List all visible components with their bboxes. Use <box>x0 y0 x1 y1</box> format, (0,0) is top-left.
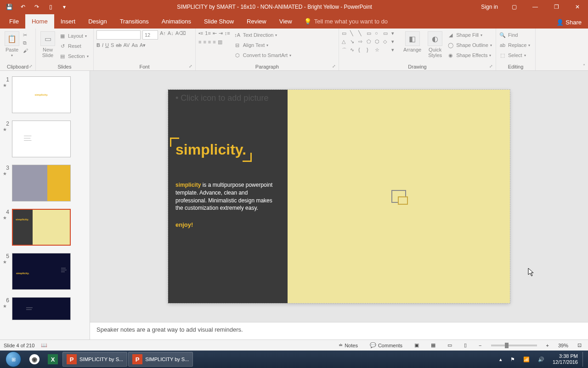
taskbar-powerpoint-2[interactable]: PSIMPLICITY by S... <box>128 352 193 367</box>
tray-volume-icon[interactable]: 🔊 <box>534 352 548 367</box>
slide-thumbnail-panel[interactable]: 1★ simplicity. 2★ ━━━━━━━━━━━━━━━━━━━━━━… <box>0 71 90 339</box>
thumbnail-2[interactable]: 2★ ━━━━━━━━━━━━━━━━━━━━━━━ <box>0 119 90 163</box>
layout-button[interactable]: ▦Layout▾ <box>59 31 89 40</box>
change-case-icon[interactable]: Aa <box>131 42 137 48</box>
slide[interactable]: • Click icon to add picture simplicity. … <box>168 90 510 303</box>
tell-me-search[interactable]: 💡 Tell me what you want to do <box>299 14 393 29</box>
tab-home[interactable]: Home <box>25 14 54 29</box>
collapse-ribbon-icon[interactable]: ˄ <box>583 63 585 69</box>
tab-slideshow[interactable]: Slide Show <box>198 14 240 29</box>
tab-animations[interactable]: Animations <box>155 14 198 29</box>
font-family-combo[interactable] <box>96 30 141 40</box>
strikethrough-icon[interactable]: ab <box>116 42 121 48</box>
close-icon[interactable]: ✕ <box>567 0 588 14</box>
decrease-font-icon[interactable]: A↓ <box>168 30 174 40</box>
find-button[interactable]: 🔍Find <box>499 30 518 40</box>
increase-indent-icon[interactable]: ⇥ <box>219 30 223 36</box>
dialog-launcher-icon[interactable]: ⤢ <box>29 64 33 69</box>
thumbnail-4[interactable]: 4★ simplicity. <box>0 207 90 251</box>
taskbar-excel[interactable]: X <box>44 352 62 367</box>
redo-icon[interactable]: ↷ <box>30 0 43 13</box>
align-text-button[interactable]: ⊟Align Text▾ <box>234 40 291 50</box>
notes-toggle[interactable]: ≐Notes <box>336 341 361 349</box>
dialog-launcher-icon[interactable]: ⤢ <box>489 64 493 69</box>
shapes-gallery[interactable]: ▭╲╲▭○▭▾ △↘⇨⬠⬡◇▾ ⌒∿{}☆▾ <box>342 30 399 54</box>
text-direction-button[interactable]: ↕AText Direction▾ <box>234 30 291 40</box>
underline-icon[interactable]: U <box>105 42 109 48</box>
share-button[interactable]: 👤 Share <box>550 16 588 29</box>
taskbar-powerpoint-1[interactable]: PSIMPLICITY by S... <box>62 352 127 367</box>
fit-to-window-icon[interactable]: ⊡ <box>575 341 584 349</box>
new-slide-button[interactable]: ▭ New Slide <box>39 30 57 59</box>
convert-smartart-button[interactable]: ⬡Convert to SmartArt▾ <box>234 51 291 60</box>
picture-placeholder-icon[interactable] <box>391 190 406 203</box>
qat-more-icon[interactable]: ▾ <box>58 0 71 13</box>
format-painter-icon[interactable]: 🖌 <box>23 48 28 53</box>
thumbnail-1[interactable]: 1★ simplicity. <box>0 75 90 119</box>
maximize-icon[interactable]: ❐ <box>546 0 567 14</box>
slide-sorter-view-icon[interactable]: ▦ <box>428 341 438 349</box>
align-right-icon[interactable]: ≡ <box>208 39 211 45</box>
bold-icon[interactable]: B <box>96 42 100 48</box>
shape-outline-button[interactable]: ◯Shape Outline▾ <box>447 40 492 50</box>
char-spacing-icon[interactable]: AV <box>124 42 130 48</box>
select-button[interactable]: ⬚Select▾ <box>499 51 526 60</box>
save-icon[interactable]: 💾 <box>3 0 16 13</box>
zoom-in-icon[interactable]: + <box>543 342 552 349</box>
shape-fill-button[interactable]: ◢Shape Fill▾ <box>447 30 492 40</box>
slideshow-view-icon[interactable]: ▯ <box>461 341 469 349</box>
clear-formatting-icon[interactable]: A⌫ <box>175 30 186 40</box>
tab-file[interactable]: File <box>3 14 25 29</box>
italic-icon[interactable]: I <box>102 42 103 48</box>
font-color-icon[interactable]: A▾ <box>140 42 146 48</box>
zoom-slider[interactable] <box>491 345 537 346</box>
decrease-indent-icon[interactable]: ⇤ <box>213 30 217 36</box>
reset-button[interactable]: ↺Reset <box>59 41 89 51</box>
tab-design[interactable]: Design <box>82 14 113 29</box>
tab-insert[interactable]: Insert <box>54 14 82 29</box>
start-button[interactable]: ⊞ <box>2 352 25 367</box>
thumbnail-3[interactable]: 3★ <box>0 163 90 207</box>
zoom-out-icon[interactable]: − <box>476 342 484 349</box>
slide-right-panel[interactable] <box>288 90 510 303</box>
cut-icon[interactable]: ✂ <box>23 32 28 38</box>
replace-button[interactable]: abReplace▾ <box>499 40 530 50</box>
thumbnail-6[interactable]: 6★ ━━━━━━━━━━━━━ <box>0 295 90 326</box>
tray-network-icon[interactable]: 📶 <box>520 352 533 367</box>
copy-icon[interactable]: ⧉ <box>23 40 28 46</box>
taskbar-chrome[interactable]: ◉ <box>26 352 43 367</box>
show-desktop-button[interactable] <box>582 352 586 367</box>
numbering-icon[interactable]: 1≡ <box>205 30 211 36</box>
thumbnail-5[interactable]: 5★ simplicity.━━━━━━━━━━━━━━━ <box>0 251 90 295</box>
justify-icon[interactable]: ≡ <box>213 39 215 45</box>
line-spacing-icon[interactable]: ↕≡ <box>225 30 230 36</box>
sign-in-link[interactable]: Sign in <box>475 4 503 10</box>
dialog-launcher-icon[interactable]: ⤢ <box>332 64 336 69</box>
align-left-icon[interactable]: ≡ <box>198 39 201 45</box>
start-from-beginning-icon[interactable]: ▯ <box>44 0 57 13</box>
increase-font-icon[interactable]: A↑ <box>160 30 166 40</box>
minimize-icon[interactable]: — <box>525 0 546 14</box>
zoom-level[interactable]: 39% <box>558 343 568 348</box>
shape-effects-button[interactable]: ◉Shape Effects▾ <box>447 51 492 60</box>
shadow-icon[interactable]: S <box>111 42 114 48</box>
zoom-slider-knob[interactable] <box>505 343 509 348</box>
quick-styles-button[interactable]: ◐ Quick Styles <box>426 30 444 59</box>
arrange-button[interactable]: ◧ Arrange <box>401 30 423 53</box>
tray-flag-icon[interactable]: ⚑ <box>507 352 519 367</box>
slide-canvas[interactable]: • Click icon to add picture simplicity. … <box>90 71 588 322</box>
dialog-launcher-icon[interactable]: ⤢ <box>189 64 192 69</box>
font-size-combo[interactable]: 12 <box>142 30 158 40</box>
tab-transitions[interactable]: Transitions <box>113 14 155 29</box>
spell-check-icon[interactable]: 📖 <box>41 342 47 348</box>
notes-pane[interactable]: Speaker notes are a great way to add vis… <box>90 322 588 339</box>
comments-toggle[interactable]: 💬Comments <box>367 341 405 349</box>
picture-placeholder-text[interactable]: • Click icon to add picture <box>175 93 268 103</box>
undo-icon[interactable]: ↶ <box>17 0 29 13</box>
system-clock[interactable]: 3:38 PM 12/17/2016 <box>549 353 582 365</box>
section-button[interactable]: ▤Section▾ <box>59 52 89 61</box>
tab-view[interactable]: View <box>273 14 299 29</box>
reading-view-icon[interactable]: ▭ <box>445 341 455 349</box>
ribbon-display-icon[interactable]: ▢ <box>503 0 525 14</box>
show-hidden-icons[interactable]: ▴ <box>496 352 506 367</box>
